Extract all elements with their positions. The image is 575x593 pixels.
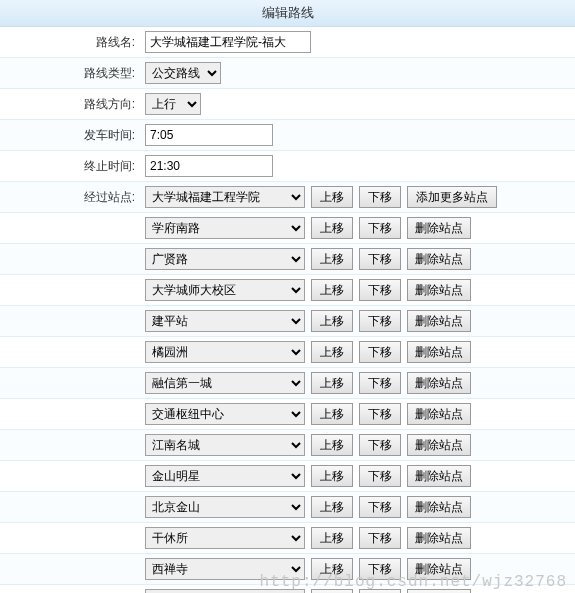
move-down-button[interactable]: 下移 [359,310,401,332]
delete-station-button[interactable]: 删除站点 [407,403,471,425]
move-down-button[interactable]: 下移 [359,496,401,518]
move-down-button[interactable]: 下移 [359,403,401,425]
end-time-input[interactable] [145,155,273,177]
move-down-button[interactable]: 下移 [359,248,401,270]
station-select[interactable]: 北京金山 [145,496,305,518]
move-down-button[interactable]: 下移 [359,558,401,580]
field-label: 路线方向: [0,96,143,113]
move-up-button[interactable]: 上移 [311,403,353,425]
move-up-button[interactable]: 上移 [311,217,353,239]
station-select[interactable]: 西禅寺 [145,558,305,580]
move-up-button[interactable]: 上移 [311,558,353,580]
move-up-button[interactable]: 上移 [311,248,353,270]
station-select[interactable]: 橘园洲 [145,341,305,363]
station-select[interactable]: 干休所 [145,527,305,549]
field-label: 发车时间: [0,127,143,144]
station-select[interactable]: 金山明星 [145,465,305,487]
delete-station-button[interactable]: 删除站点 [407,217,471,239]
station-select[interactable]: 福大东门 [145,589,305,593]
station-select[interactable]: 大学城福建工程学院 [145,186,305,208]
station-select[interactable]: 交通枢纽中心 [145,403,305,425]
field-label: 经过站点: [0,189,143,206]
move-down-button[interactable]: 下移 [359,465,401,487]
move-up-button[interactable]: 上移 [311,279,353,301]
start-time-input[interactable] [145,124,273,146]
field-label: 路线名: [0,34,143,51]
direction-select[interactable]: 上行 [145,93,201,115]
move-down-button[interactable]: 下移 [359,434,401,456]
delete-station-button[interactable]: 删除站点 [407,310,471,332]
move-up-button[interactable]: 上移 [311,310,353,332]
move-down-button[interactable]: 下移 [359,279,401,301]
move-down-button[interactable]: 下移 [359,217,401,239]
route-type-select[interactable]: 公交路线 [145,62,221,84]
field-label: 终止时间: [0,158,143,175]
delete-station-button[interactable]: 删除站点 [407,589,471,593]
station-select[interactable]: 建平站 [145,310,305,332]
move-down-button[interactable]: 下移 [359,527,401,549]
add-more-station-button[interactable]: 添加更多站点 [407,186,497,208]
move-up-button[interactable]: 上移 [311,434,353,456]
delete-station-button[interactable]: 删除站点 [407,465,471,487]
delete-station-button[interactable]: 删除站点 [407,496,471,518]
move-down-button[interactable]: 下移 [359,372,401,394]
move-up-button[interactable]: 上移 [311,372,353,394]
station-select[interactable]: 广贤路 [145,248,305,270]
move-up-button[interactable]: 上移 [311,496,353,518]
delete-station-button[interactable]: 删除站点 [407,434,471,456]
delete-station-button[interactable]: 删除站点 [407,341,471,363]
move-up-button[interactable]: 上移 [311,465,353,487]
delete-station-button[interactable]: 删除站点 [407,248,471,270]
move-down-button[interactable]: 下移 [359,589,401,593]
station-select[interactable]: 学府南路 [145,217,305,239]
delete-station-button[interactable]: 删除站点 [407,558,471,580]
field-label: 路线类型: [0,65,143,82]
station-select[interactable]: 融信第一城 [145,372,305,394]
delete-station-button[interactable]: 删除站点 [407,527,471,549]
station-select[interactable]: 大学城师大校区 [145,279,305,301]
move-down-button[interactable]: 下移 [359,186,401,208]
move-down-button[interactable]: 下移 [359,341,401,363]
move-up-button[interactable]: 上移 [311,186,353,208]
move-up-button[interactable]: 上移 [311,589,353,593]
route-name-input[interactable] [145,31,311,53]
page-title: 编辑路线 [0,0,575,27]
delete-station-button[interactable]: 删除站点 [407,279,471,301]
move-up-button[interactable]: 上移 [311,527,353,549]
station-select[interactable]: 江南名城 [145,434,305,456]
delete-station-button[interactable]: 删除站点 [407,372,471,394]
move-up-button[interactable]: 上移 [311,341,353,363]
